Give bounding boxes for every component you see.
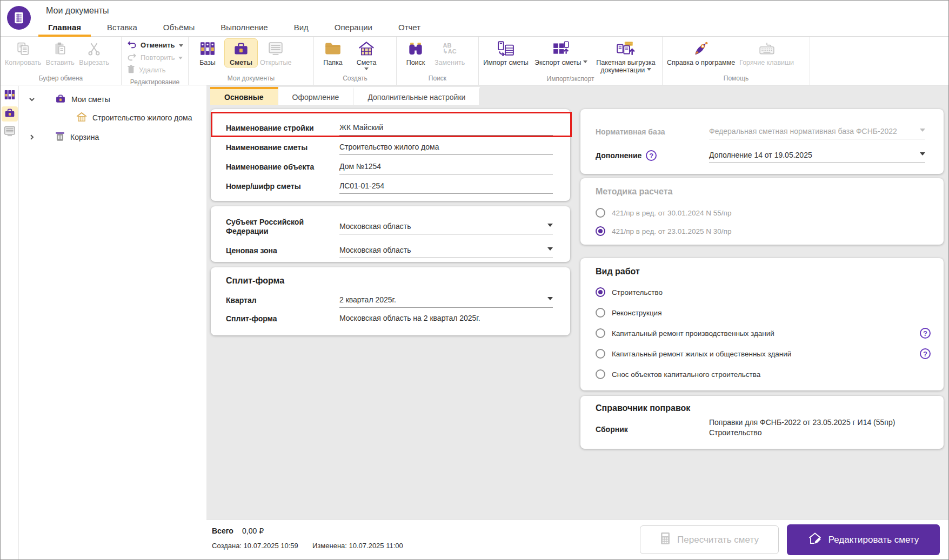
menu-tab-vid[interactable]: Вид [281, 18, 322, 36]
tab-main[interactable]: Основные [210, 87, 278, 105]
menu-tab-vstavka[interactable]: Вставка [94, 18, 150, 36]
ribbon-group-label: Поиск [397, 75, 478, 85]
hotkeys-button[interactable]: Горячие клавиши [737, 38, 796, 68]
construction-name-input[interactable]: ЖК Майский [339, 121, 553, 136]
batch-caret[interactable] [647, 68, 651, 73]
tree-item-my-estimates[interactable]: Мои сметы [28, 93, 110, 106]
replace-button[interactable]: AB↳AC Заменить [432, 38, 467, 68]
field-price-zone: Ценовая зона Московская область [226, 240, 560, 261]
radio-icon[interactable] [596, 369, 605, 379]
price-zone-select[interactable]: Московская область [339, 244, 553, 258]
paste-button[interactable]: Вставить [43, 38, 77, 68]
field-object-name: Наименование объекта Дом №1254 [226, 157, 560, 177]
rail-estimates-button[interactable] [2, 106, 18, 122]
work-type-option-industrial-repair[interactable]: Капитальный ремонт производственных здан… [596, 323, 933, 343]
chevron-down-icon[interactable] [28, 96, 36, 103]
tab-extra-settings[interactable]: Дополнительные настройки [353, 87, 480, 105]
cut-button[interactable]: Вырезать [77, 38, 111, 68]
ribbon: Копировать Вставить Вырезать Буфер обмен… [1, 37, 948, 85]
window-title: Мои документы [46, 6, 109, 16]
ribbon-group-clipboard: Копировать Вставить Вырезать Буфер обмен… [1, 37, 122, 85]
ribbon-group-editing: Отменить Повторить Удалить Редактировани… [122, 37, 189, 85]
quarter-select[interactable]: 2 квартал 2025г. [339, 293, 553, 308]
card-method: Методика расчета 421/пр в ред. от 30.01.… [580, 178, 944, 245]
delete-button[interactable]: Удалить [127, 65, 183, 75]
calculator-icon [660, 532, 671, 548]
undo-dropdown-caret[interactable] [179, 44, 183, 49]
export-caret[interactable] [583, 60, 587, 65]
card-split-form: Сплит-форма Квартал 2 квартал 2025г. Спл… [211, 267, 570, 335]
left-rail [1, 86, 19, 559]
chevron-down-icon[interactable] [920, 152, 925, 158]
create-folder-button[interactable]: Папка [316, 38, 350, 68]
bases-button[interactable]: Базы [191, 38, 224, 68]
radio-icon[interactable] [596, 208, 605, 218]
about-button[interactable]: Справка о программе [665, 38, 737, 68]
help-icon[interactable]: ? [920, 348, 931, 359]
redo-dropdown-caret[interactable] [178, 57, 183, 62]
chevron-down-icon[interactable] [547, 247, 553, 253]
rail-open-button[interactable] [2, 125, 18, 140]
briefcase-icon [55, 93, 66, 105]
chevron-down-icon[interactable] [547, 224, 553, 230]
object-name-input[interactable]: Дом №1254 [339, 160, 553, 174]
binders-icon [200, 41, 215, 57]
method-option-2[interactable]: 421/пр в ред. от 23.01.2025 N 30/пр [596, 221, 933, 241]
batch-upload-button[interactable]: Пакетная выгрузка документации [591, 38, 660, 75]
help-icon[interactable]: ? [920, 328, 931, 339]
open-documents-button[interactable]: Открытые [258, 38, 294, 68]
field-region: Субъект Российской Федерации Московская … [226, 214, 560, 240]
field-normative-base: Нормативная база Федеральная сметная нор… [596, 120, 933, 144]
export-estimate-button[interactable]: Экспорт сметы [531, 38, 591, 68]
import-estimate-button[interactable]: Импорт сметы [481, 38, 531, 68]
redo-button[interactable]: Повторить [127, 52, 183, 63]
undo-button[interactable]: Отменить [127, 40, 183, 50]
menu-tab-vypolnenie[interactable]: Выполнение [208, 18, 280, 36]
folder-icon [325, 41, 341, 57]
tree-item-estimate[interactable]: Строительство жилого дома [76, 111, 192, 124]
work-type-option-reconstruction[interactable]: Реконструкция [596, 302, 933, 323]
help-icon[interactable]: ? [646, 150, 657, 161]
document-list-icon [4, 126, 16, 139]
field-corrections-collection: Сборник Поправки для ФСНБ-2022 от 23.05.… [596, 417, 933, 441]
house-icon [358, 41, 375, 57]
split-form-value: Московская область на 2 квартал 2025г. [339, 312, 553, 326]
binoculars-icon [408, 41, 423, 57]
create-estimate-caret[interactable] [364, 68, 369, 72]
work-type-option-demolition[interactable]: Снос объектов капитального строительства [596, 364, 933, 384]
normative-base-select: Федеральная сметная нормативная база ФСН… [709, 125, 925, 139]
radio-checked-icon[interactable] [596, 226, 605, 236]
method-option-1[interactable]: 421/пр в ред. от 30.01.2024 N 55/пр [596, 204, 933, 221]
ribbon-group-search: Поиск AB↳AC Заменить Поиск [397, 37, 479, 85]
region-select[interactable]: Московская область [339, 220, 553, 234]
card-normative-base: Нормативная база Федеральная сметная нор… [580, 109, 944, 174]
radio-icon[interactable] [596, 328, 605, 338]
rail-bases-button[interactable] [2, 88, 18, 103]
menu-tab-operacii[interactable]: Операции [322, 18, 385, 36]
menu-tab-glavnaya[interactable]: Главная [35, 18, 94, 36]
radio-checked-icon[interactable] [596, 287, 605, 297]
create-estimate-button[interactable]: Смета [350, 38, 383, 73]
menu-tab-otchet[interactable]: Отчет [385, 18, 433, 36]
radio-icon[interactable] [596, 349, 605, 359]
work-type-option-residential-repair[interactable]: Капитальный ремонт жилых и общественных … [596, 343, 933, 364]
menu-tab-obyomy[interactable]: Объёмы [150, 18, 208, 36]
estimates-button[interactable]: Сметы [224, 38, 258, 68]
estimate-name-input[interactable]: Строительство жилого дома [339, 140, 553, 155]
tree-item-trash[interactable]: Корзина [28, 131, 99, 144]
estimate-code-input[interactable]: ЛС01-01-254 [339, 179, 553, 194]
recalculate-button[interactable]: Пересчитать смету [640, 525, 779, 554]
documents-tree: Мои сметы Строительство жилого дома Корз… [19, 86, 206, 559]
chevron-down-icon[interactable] [547, 297, 553, 303]
supplement-select[interactable]: Дополнение 14 от 19.05.2025 [709, 149, 925, 163]
tab-design[interactable]: Оформление [278, 87, 354, 105]
created-timestamp: Создана: 10.07.2025 10:59 [212, 542, 298, 550]
copy-button[interactable]: Копировать [3, 38, 43, 68]
footer-bar: Всего 0,00 ₽ Создана: 10.07.2025 10:59 И… [206, 519, 948, 559]
edit-estimate-button[interactable]: Редактировать смету [787, 524, 940, 555]
main-content: Основные Оформление Дополнительные настр… [206, 85, 948, 519]
radio-icon[interactable] [596, 308, 605, 318]
chevron-right-icon[interactable] [28, 134, 36, 140]
search-button[interactable]: Поиск [399, 38, 432, 68]
work-type-option-construction[interactable]: Строительство [596, 282, 933, 302]
